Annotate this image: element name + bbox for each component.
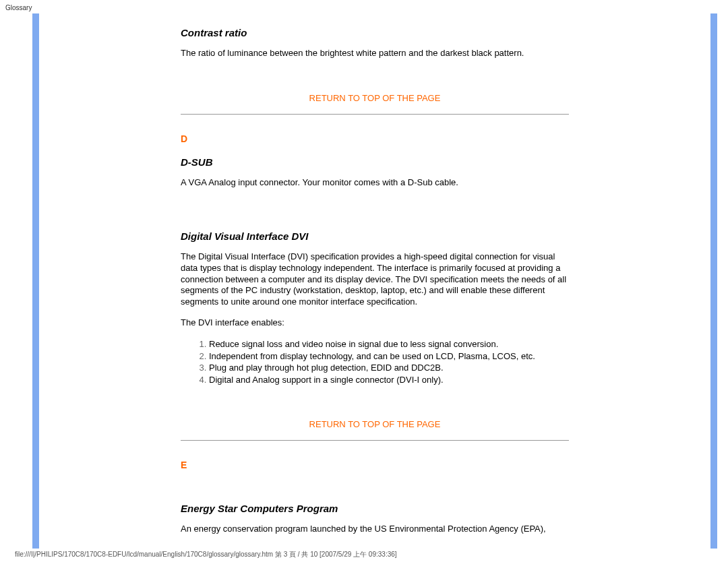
section-divider: [181, 440, 569, 441]
energy-star-heading: Energy Star Computers Program: [181, 503, 569, 514]
return-to-top-link[interactable]: RETURN TO TOP OF THE PAGE: [181, 93, 569, 103]
content-area: Contrast ratio The ratio of luminance be…: [39, 13, 710, 549]
energy-star-body: An energy conservation program launched …: [181, 524, 569, 535]
list-item: Reduce signal loss and video noise in si…: [209, 338, 569, 350]
page-header-label: Glossary: [5, 4, 32, 11]
letter-e-heading: E: [181, 460, 569, 470]
right-accent-bar: [710, 13, 717, 549]
contrast-ratio-heading: Contrast ratio: [181, 27, 569, 38]
footer-file-path: file:///I|/PHILIPS/170C8/170C8-EDFU/lcd/…: [15, 550, 397, 559]
dvi-body: The Digital Visual Interface (DVI) speci…: [181, 251, 569, 308]
dvi-heading: Digital Visual Interface DVI: [181, 230, 569, 242]
return-to-top-link[interactable]: RETURN TO TOP OF THE PAGE: [181, 419, 569, 429]
list-item: Plug and play through hot plug detection…: [209, 362, 569, 374]
dvi-enables-intro: The DVI interface enables:: [181, 317, 569, 329]
d-sub-heading: D-SUB: [181, 156, 569, 168]
list-item: Digital and Analog support in a single c…: [209, 374, 569, 386]
page-wrapper: Contrast ratio The ratio of luminance be…: [32, 13, 717, 549]
section-divider: [181, 114, 569, 115]
d-sub-body: A VGA Analog input connector. Your monit…: [181, 177, 569, 189]
list-item: Independent from display technology, and…: [209, 350, 569, 363]
letter-d-heading: D: [181, 133, 569, 144]
dvi-list: Reduce signal loss and video noise in si…: [209, 338, 569, 385]
contrast-ratio-body: The ratio of luminance between the brigh…: [181, 48, 569, 59]
left-accent-bar: [32, 13, 39, 549]
